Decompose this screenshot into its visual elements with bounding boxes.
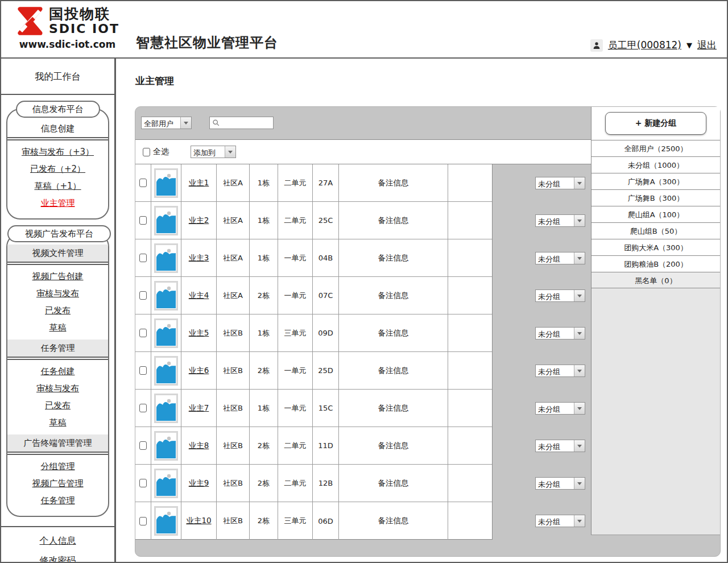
select-all-label: 全选 — [153, 147, 169, 157]
owner-name-link[interactable]: 业主4 — [189, 291, 209, 301]
community-cell: 社区B — [217, 502, 250, 540]
owner-name-link[interactable]: 业主3 — [189, 253, 209, 263]
owner-name-link[interactable]: 业主10 — [186, 516, 211, 526]
owner-photo-icon[interactable] — [154, 206, 178, 235]
sidebar-link-published[interactable]: 已发布（+2） — [7, 164, 108, 175]
row-group-select[interactable]: 未分组 — [535, 252, 585, 264]
sidebar-link-change-password[interactable]: 修改密码 — [1, 555, 114, 563]
user-area: 员工甲(000812) ▼ 退出 — [590, 39, 717, 52]
owner-photo-icon[interactable] — [154, 469, 178, 498]
owner-name-link[interactable]: 业主9 — [189, 478, 209, 489]
table-row: 业主1 社区A 1栋 二单元 27A 备注信息 — [135, 164, 492, 202]
unit-cell: 二单元 — [278, 164, 313, 201]
page-title: 业主管理 — [135, 74, 174, 88]
group-item-square-dance-b[interactable]: 广场舞B（300） — [592, 189, 720, 206]
search-box[interactable] — [209, 117, 274, 129]
owner-name-link[interactable]: 业主7 — [189, 403, 209, 413]
row-group-select[interactable]: 未分组 — [535, 214, 585, 227]
extra-cell — [448, 314, 492, 351]
sidebar-group-pill-video[interactable]: 视频广告发布平台 — [7, 225, 111, 242]
group-item-all-users[interactable]: 全部用户（2500） — [592, 140, 720, 156]
room-cell: 06D — [313, 502, 339, 540]
owner-name-link[interactable]: 业主5 — [189, 328, 209, 338]
sidebar-link-video-published[interactable]: 已发布 — [7, 305, 108, 316]
sidebar-link-review-publish[interactable]: 审核与发布（+3） — [7, 147, 108, 158]
sidebar-link-task-create[interactable]: 任务创建 — [7, 366, 108, 377]
row-group-select[interactable]: 未分组 — [535, 515, 585, 527]
building-cell: 2栋 — [250, 277, 278, 314]
row-group-select[interactable]: 未分组 — [535, 402, 585, 415]
owner-name-link[interactable]: 业主6 — [189, 366, 209, 376]
new-group-button[interactable]: + 新建分组 — [605, 112, 706, 135]
sidebar-link-video-ad-create[interactable]: 视频广告创建 — [7, 271, 108, 282]
sidebar-link-task-review-publish[interactable]: 审核与发布 — [7, 383, 108, 394]
extra-cell — [448, 277, 492, 314]
sidebar-link-group-management[interactable]: 分组管理 — [7, 461, 108, 472]
row-checkbox[interactable] — [139, 179, 147, 187]
group-item-blacklist[interactable]: 黑名单（0） — [592, 272, 720, 288]
row-checkbox[interactable] — [139, 254, 147, 262]
owner-name-link[interactable]: 业主2 — [189, 216, 209, 226]
sidebar-link-draft[interactable]: 草稿（+1） — [7, 181, 108, 192]
group-item-grain-oil-group-buy[interactable]: 团购粮油B（200） — [592, 255, 720, 272]
sidebar-section-info-create[interactable]: 信息创建 — [7, 120, 108, 137]
note-cell: 备注信息 — [339, 202, 448, 239]
community-cell: 社区A — [217, 202, 250, 239]
group-item-rice-group-buy[interactable]: 团购大米A（300） — [592, 239, 720, 255]
owner-photo-icon[interactable] — [154, 281, 178, 311]
row-group-select[interactable]: 未分组 — [535, 289, 585, 302]
user-icon — [590, 39, 603, 52]
row-group-select[interactable]: 未分组 — [535, 365, 585, 377]
owner-photo-icon[interactable] — [154, 506, 178, 536]
row-checkbox[interactable] — [139, 479, 147, 487]
row-checkbox[interactable] — [139, 517, 147, 525]
row-checkbox[interactable] — [139, 441, 147, 450]
current-user-link[interactable]: 员工甲(000812) — [608, 39, 681, 52]
group-item-hiking-b[interactable]: 爬山组B（50） — [592, 222, 720, 239]
group-item-hiking-a[interactable]: 爬山组A（100） — [592, 206, 720, 222]
group-item-square-dance-a[interactable]: 广场舞A（300） — [592, 173, 720, 189]
row-checkbox[interactable] — [139, 216, 147, 225]
sidebar-link-task-draft[interactable]: 草稿 — [7, 417, 108, 428]
sidebar-link-owner-management[interactable]: 业主管理 — [7, 198, 108, 209]
chevron-down-icon — [574, 328, 585, 339]
sidebar-link-task-management[interactable]: 任务管理 — [7, 495, 108, 506]
row-checkbox[interactable] — [139, 329, 147, 337]
sidebar-section-task-management[interactable]: 任务管理 — [7, 340, 108, 357]
community-cell: 社区B — [217, 390, 250, 427]
user-filter-select[interactable]: 全部用户 — [141, 117, 192, 129]
row-checkbox[interactable] — [139, 291, 147, 300]
select-all-checkbox[interactable] — [143, 148, 150, 156]
sidebar-section-video-files[interactable]: 视频文件管理 — [7, 245, 108, 262]
app-title: 智慧社区物业管理平台 — [136, 34, 278, 52]
owner-name-link[interactable]: 业主1 — [189, 178, 209, 188]
group-item-ungrouped[interactable]: 未分组（1000） — [592, 156, 720, 173]
user-dropdown-icon[interactable]: ▼ — [686, 41, 692, 49]
row-group-select[interactable]: 未分组 — [535, 177, 585, 189]
row-group-select[interactable]: 未分组 — [535, 477, 585, 490]
owner-photo-icon[interactable] — [154, 168, 178, 198]
chevron-down-icon — [180, 117, 191, 129]
sidebar-workbench[interactable]: 我的工作台 — [1, 59, 114, 95]
sidebar-link-video-review-publish[interactable]: 审核与发布 — [7, 288, 108, 299]
owner-photo-icon[interactable] — [154, 243, 178, 273]
row-group-select[interactable]: 未分组 — [535, 327, 585, 340]
sidebar-group-pill-info[interactable]: 信息发布平台 — [16, 101, 100, 118]
owner-photo-icon[interactable] — [154, 318, 178, 348]
owner-photo-icon[interactable] — [154, 394, 178, 423]
row-checkbox[interactable] — [139, 404, 147, 412]
sidebar-link-task-published[interactable]: 已发布 — [7, 400, 108, 411]
extra-cell — [448, 239, 492, 276]
owner-photo-icon[interactable] — [154, 431, 178, 461]
row-checkbox[interactable] — [139, 366, 147, 375]
owner-photo-icon[interactable] — [154, 356, 178, 386]
sidebar-link-video-draft[interactable]: 草稿 — [7, 322, 108, 333]
logout-link[interactable]: 退出 — [697, 39, 717, 52]
sidebar-link-personal-info[interactable]: 个人信息 — [1, 535, 114, 547]
sidebar-link-video-ad-management[interactable]: 视频广告管理 — [7, 478, 108, 489]
row-group-select[interactable]: 未分组 — [535, 440, 585, 452]
add-to-select[interactable]: 添加到 — [191, 146, 236, 158]
owner-name-link[interactable]: 业主8 — [189, 441, 209, 451]
sidebar-section-ad-terminal[interactable]: 广告终端管理管理 — [7, 434, 108, 452]
search-input[interactable] — [221, 119, 273, 127]
